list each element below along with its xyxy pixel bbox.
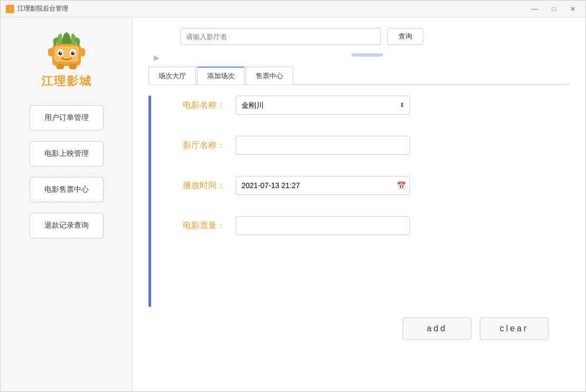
tab-ticket-center[interactable]: 售票中心 (246, 67, 293, 85)
search-bar: 查询 (148, 28, 570, 45)
svg-point-6 (60, 52, 61, 53)
play-time-row: 播放时间： 📅 (162, 176, 570, 195)
scroll-arrow-icon: ▶ (154, 53, 160, 62)
close-button[interactable]: ✕ (565, 4, 580, 14)
tabs-bar: 场次大厅 添加场次 售票中心 (148, 66, 570, 85)
svg-rect-9 (80, 48, 85, 57)
tab-add-session[interactable]: 添加场次 (197, 67, 245, 85)
sidebar-item-refund-query[interactable]: 退款记录查询 (30, 213, 104, 238)
movie-name-row: 电影名称： 金刚川 长津湖 你好，李焕英 ⬍ (162, 96, 570, 115)
add-button[interactable]: add (403, 318, 471, 340)
hall-name-row: 影厅名称： (162, 136, 570, 155)
ticket-count-row: 电影票量： (162, 216, 570, 235)
play-time-input[interactable] (236, 176, 410, 195)
main-layout: 江理影城 用户订单管理 电影上映管理 电影售票中心 退款记录查询 查询 (1, 17, 585, 391)
sidebar-item-ticket-center[interactable]: 电影售票中心 (30, 177, 104, 202)
app-icon (6, 5, 14, 13)
clear-button[interactable]: clear (480, 318, 548, 340)
form-fields: 电影名称： 金刚川 长津湖 你好，李焕英 ⬍ 影厅名称： (162, 96, 570, 307)
sidebar-item-movie-mgmt[interactable]: 电影上映管理 (30, 141, 104, 166)
window-controls: — □ ✕ (527, 4, 580, 14)
hall-name-input[interactable] (236, 136, 410, 155)
blue-accent-bar (148, 96, 151, 307)
ticket-count-label: 电影票量： (162, 220, 225, 231)
svg-rect-11 (69, 64, 77, 69)
play-time-label: 播放时间： (162, 180, 225, 191)
svg-point-7 (73, 52, 74, 53)
window-title: 江理影院后台管理 (17, 4, 527, 13)
sidebar: 江理影城 用户订单管理 电影上映管理 电影售票中心 退款记录查询 (1, 17, 133, 391)
logo-text: 江理影城 (41, 73, 92, 89)
hall-name-label: 影厅名称： (162, 140, 225, 151)
main-window: 江理影院后台管理 — □ ✕ (0, 0, 586, 392)
sidebar-item-order-mgmt[interactable]: 用户订单管理 (30, 105, 104, 130)
movie-name-label: 电影名称： (162, 100, 225, 111)
action-buttons: add clear (148, 318, 570, 340)
logo-area: 江理影城 (41, 28, 92, 89)
title-bar: 江理影院后台管理 — □ ✕ (1, 1, 585, 17)
svg-point-4 (58, 52, 62, 55)
content-area: 查询 ▶ 场次大厅 添加场次 售票中心 (133, 17, 585, 391)
maximize-button[interactable]: □ (546, 4, 561, 14)
minimize-button[interactable]: — (527, 4, 542, 14)
search-button[interactable]: 查询 (387, 28, 423, 45)
app-logo-icon (43, 28, 90, 70)
datetime-wrapper: 📅 (236, 176, 410, 195)
search-input[interactable] (180, 28, 381, 45)
svg-point-5 (71, 52, 75, 55)
svg-rect-8 (48, 48, 53, 57)
scroll-indicator (351, 53, 383, 57)
ticket-count-input[interactable] (236, 216, 410, 235)
svg-rect-10 (57, 64, 64, 69)
movie-select-wrapper: 金刚川 长津湖 你好，李焕英 ⬍ (236, 96, 410, 115)
movie-name-select[interactable]: 金刚川 长津湖 你好，李焕英 (236, 96, 410, 115)
tab-session-hall[interactable]: 场次大厅 (148, 67, 196, 85)
form-section: 电影名称： 金刚川 长津湖 你好，李焕英 ⬍ 影厅名称： (148, 96, 570, 307)
